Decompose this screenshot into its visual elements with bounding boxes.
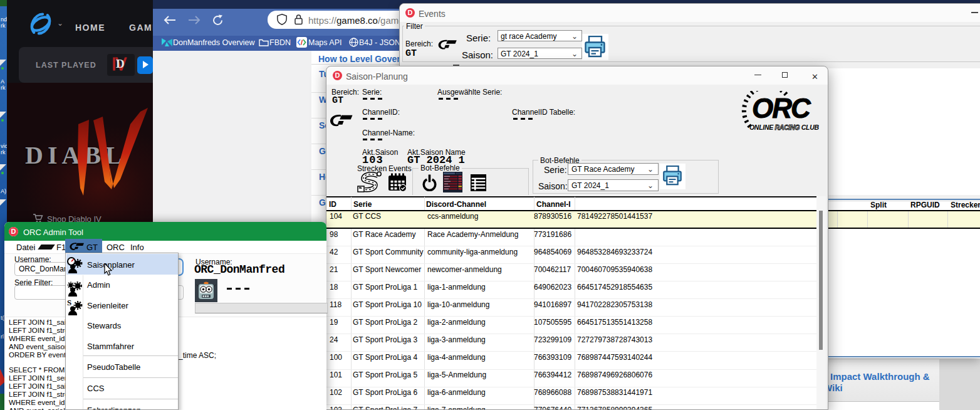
svg-text:S: S xyxy=(67,298,71,307)
svg-text:ONLINE RACING CLUB: ONLINE RACING CLUB xyxy=(749,124,819,131)
svg-text:ORC: ORC xyxy=(752,93,811,124)
